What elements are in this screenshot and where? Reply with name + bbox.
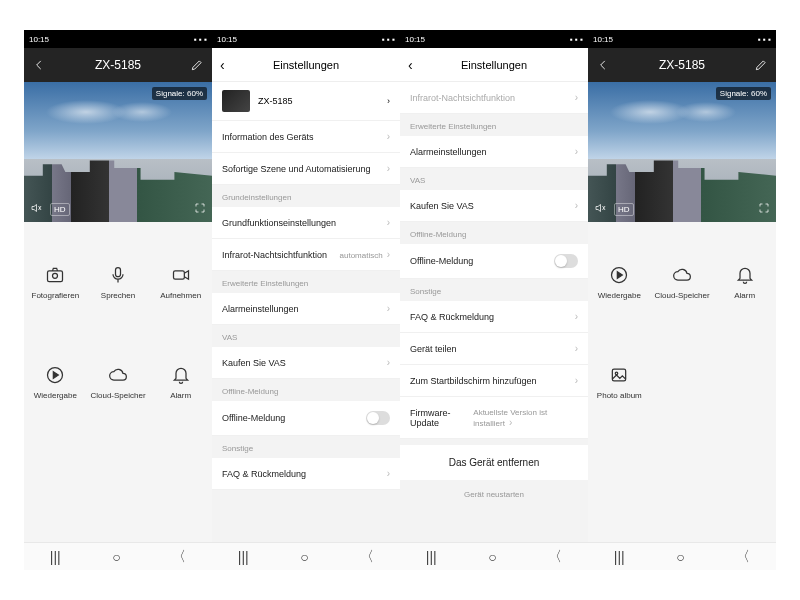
signal-badge: Signale: 60% <box>152 87 207 100</box>
row-firmware[interactable]: Firmware-UpdateAktuellste Version ist in… <box>400 397 588 439</box>
nav-home-icon[interactable]: ○ <box>488 549 496 565</box>
nav-home-icon[interactable]: ○ <box>676 549 684 565</box>
nav-back-icon[interactable]: 〈 <box>548 548 562 566</box>
mic-icon <box>108 265 128 285</box>
nav-back-icon[interactable]: 〈 <box>736 548 750 566</box>
row-scene-automation[interactable]: Sofortige Szene und Automatisierung› <box>212 153 400 185</box>
section-other: Sonstige <box>212 436 400 458</box>
toggle-icon[interactable] <box>554 254 578 268</box>
row-cut-top[interactable]: Infrarot-Nachtsichtfunktion› <box>400 82 588 114</box>
row-infrared[interactable]: Infrarot-Nachtsichtfunktionautomatisch› <box>212 239 400 271</box>
nav-back-icon[interactable]: 〈 <box>172 548 186 566</box>
back-icon[interactable] <box>596 58 610 72</box>
row-buy-vas[interactable]: Kaufen Sie VAS› <box>212 347 400 379</box>
toggle-icon[interactable] <box>366 411 390 425</box>
section-vas: VAS <box>212 325 400 347</box>
svg-rect-2 <box>115 267 120 276</box>
status-bar: 10:15▪ ▪ ▪ <box>400 30 588 48</box>
tile-wiedergabe[interactable]: Wiedergabe <box>588 232 651 332</box>
back-icon[interactable] <box>32 58 46 72</box>
mute-icon[interactable] <box>30 202 42 216</box>
status-bar: 10:15▪ ▪ ▪ <box>212 30 400 48</box>
svg-rect-0 <box>48 270 63 281</box>
video-feed[interactable]: Signale: 60% HD <box>588 82 776 222</box>
camera-header: ZX-5185 <box>588 48 776 82</box>
settings-title: Einstellungen <box>273 59 339 71</box>
section-advanced: Erweiterte Einstellungen <box>212 271 400 293</box>
action-tiles: Fotografieren Sprechen Aufnehmen Wiederg… <box>24 222 212 542</box>
tile-fotografieren[interactable]: Fotografieren <box>24 232 87 332</box>
tile-photo-album[interactable]: Photo album <box>588 332 651 432</box>
back-icon[interactable]: ‹ <box>408 57 413 73</box>
row-faq[interactable]: FAQ & Rückmeldung› <box>400 301 588 333</box>
restart-device-link[interactable]: Gerät neustarten <box>400 480 588 509</box>
row-alarm-settings[interactable]: Alarmeinstellungen› <box>212 293 400 325</box>
row-basic-functions[interactable]: Grundfunktionseinstellungen› <box>212 207 400 239</box>
status-bar: 10:15▪ ▪ ▪ <box>588 30 776 48</box>
section-offline: Offline-Meldung <box>212 379 400 401</box>
hd-badge[interactable]: HD <box>614 203 634 216</box>
tile-alarm[interactable]: Alarm <box>713 232 776 332</box>
tile-sprechen[interactable]: Sprechen <box>87 232 150 332</box>
section-vas: VAS <box>400 168 588 190</box>
back-icon[interactable]: ‹ <box>220 57 225 73</box>
fullscreen-icon[interactable] <box>758 202 770 216</box>
nav-back-icon[interactable]: 〈 <box>360 548 374 566</box>
mute-icon[interactable] <box>594 202 606 216</box>
cloud-icon <box>108 365 128 385</box>
camera-icon <box>45 265 65 285</box>
signal-badge: Signale: 60% <box>716 87 771 100</box>
phone-settings-1: 10:15▪ ▪ ▪ ‹ Einstellungen ZX-5185 › Inf… <box>212 30 400 570</box>
edit-icon[interactable] <box>754 58 768 72</box>
row-alarm-settings[interactable]: Alarmeinstellungen› <box>400 136 588 168</box>
row-offline-toggle[interactable]: Offline-Meldung <box>212 401 400 436</box>
tile-cloud-speicher[interactable]: Cloud-Speicher <box>87 332 150 432</box>
nav-home-icon[interactable]: ○ <box>300 549 308 565</box>
settings-header: ‹ Einstellungen <box>212 48 400 82</box>
nav-recent-icon[interactable]: ||| <box>238 549 249 565</box>
android-nav: ||| ○ 〈 <box>212 542 400 570</box>
photo-icon <box>609 365 629 385</box>
svg-rect-6 <box>613 369 626 381</box>
android-nav: ||| ○ 〈 <box>588 542 776 570</box>
nav-home-icon[interactable]: ○ <box>112 549 120 565</box>
row-offline-toggle[interactable]: Offline-Meldung <box>400 244 588 279</box>
nav-recent-icon[interactable]: ||| <box>614 549 625 565</box>
row-add-homescreen[interactable]: Zum Startbildschirm hinzufügen› <box>400 365 588 397</box>
row-device-info[interactable]: Information des Geräts› <box>212 121 400 153</box>
settings-list[interactable]: ZX-5185 › Information des Geräts› Sofort… <box>212 82 400 542</box>
tile-alarm[interactable]: Alarm <box>149 332 212 432</box>
status-bar: 10:15 ▪ ▪ ▪ <box>24 30 212 48</box>
section-other: Sonstige <box>400 279 588 301</box>
cloud-icon <box>672 265 692 285</box>
video-feed[interactable]: Signale: 60% HD <box>24 82 212 222</box>
fullscreen-icon[interactable] <box>194 202 206 216</box>
svg-rect-3 <box>173 270 184 278</box>
status-indicators: ▪ ▪ ▪ <box>194 35 207 44</box>
android-nav: ||| ○ 〈 <box>400 542 588 570</box>
bell-icon <box>171 365 191 385</box>
tile-cloud-speicher[interactable]: Cloud-Speicher <box>651 232 714 332</box>
remove-device-button[interactable]: Das Gerät entfernen <box>400 445 588 480</box>
tile-wiedergabe[interactable]: Wiedergabe <box>24 332 87 432</box>
android-nav: ||| ○ 〈 <box>24 542 212 570</box>
phone-settings-2: 10:15▪ ▪ ▪ ‹ Einstellungen Infrarot-Nach… <box>400 30 588 570</box>
row-faq[interactable]: FAQ & Rückmeldung› <box>212 458 400 490</box>
row-device[interactable]: ZX-5185 › <box>212 82 400 121</box>
nav-recent-icon[interactable]: ||| <box>50 549 61 565</box>
row-share-device[interactable]: Gerät teilen› <box>400 333 588 365</box>
hd-badge[interactable]: HD <box>50 203 70 216</box>
tile-aufnehmen[interactable]: Aufnehmen <box>149 232 212 332</box>
record-icon <box>171 265 191 285</box>
section-advanced: Erweiterte Einstellungen <box>400 114 588 136</box>
row-buy-vas[interactable]: Kaufen Sie VAS› <box>400 190 588 222</box>
camera-title: ZX-5185 <box>95 58 141 72</box>
settings-header: ‹ Einstellungen <box>400 48 588 82</box>
play-icon <box>609 265 629 285</box>
nav-recent-icon[interactable]: ||| <box>426 549 437 565</box>
edit-icon[interactable] <box>190 58 204 72</box>
phone-live-view-1: 10:15 ▪ ▪ ▪ ZX-5185 Signale: 60% HD Foto… <box>24 30 212 570</box>
play-icon <box>45 365 65 385</box>
status-time: 10:15 <box>29 35 49 44</box>
settings-list[interactable]: Infrarot-Nachtsichtfunktion› Erweiterte … <box>400 82 588 542</box>
